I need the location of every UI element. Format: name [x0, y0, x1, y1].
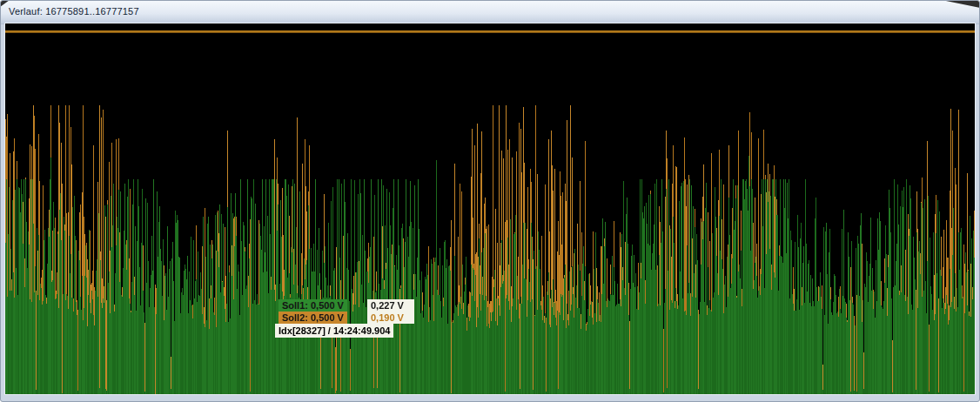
- soll1-value-box: 0,227 V: [367, 299, 414, 312]
- app-window: Verlauf: 16775891..16777157 Soll1: 0,500…: [0, 0, 980, 402]
- soll2-label-box: Soll2: 0,500 V: [279, 312, 347, 324]
- plot-area[interactable]: Soll1: 0,500 V 0,227 V Soll2: 0,500 V 0,…: [5, 23, 975, 394]
- soll2-value-box: 0,190 V: [367, 312, 414, 324]
- cursor-info-box: Idx[28327] / 14:24:49.904: [275, 324, 393, 338]
- titlebar: Verlauf: 16775891..16777157: [1, 1, 979, 24]
- window-title: Verlauf: 16775891..16777157: [9, 6, 139, 17]
- soll1-label-box: Soll1: 0,500 V: [279, 299, 347, 312]
- limit-line: [5, 30, 975, 33]
- waveform-canvas[interactable]: [5, 23, 975, 394]
